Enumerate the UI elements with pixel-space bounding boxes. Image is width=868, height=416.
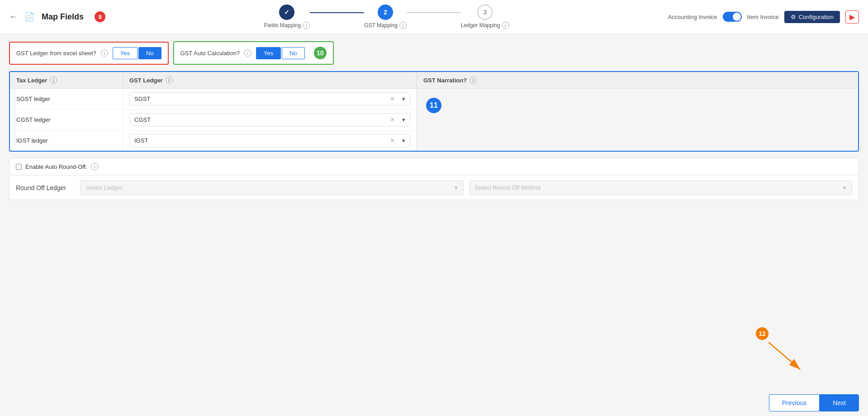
- item-invoice-label: Item Invoice: [747, 14, 779, 20]
- gst-ledger-question-box: GST Ledger from excel sheet? i Yes No: [9, 42, 169, 65]
- step-2-label: GST Mapping i: [364, 22, 407, 29]
- igst-dropdown-icon[interactable]: ▾: [402, 137, 405, 144]
- gst-ledger-toggle-group: Yes No: [113, 47, 161, 59]
- roundoff-ledger-arrow-icon: ▾: [455, 184, 458, 191]
- gst-ledger-header-info[interactable]: i: [166, 77, 173, 84]
- roundoff-ledger-row: Round Off Ledger Select Ledger ▾ Select …: [9, 175, 859, 200]
- gst-ledger-no-button[interactable]: No: [138, 47, 161, 59]
- gst-ledger-question-text: GST Ledger from excel sheet?: [16, 50, 96, 57]
- roundoff-method-select[interactable]: Select Round Off Method ▾: [469, 180, 853, 195]
- step-line-2: [407, 12, 461, 13]
- page-icon: 📄: [24, 12, 34, 22]
- step-1-circle: ✓: [279, 5, 294, 20]
- tax-ledger-header: Tax Ledger i: [10, 72, 123, 88]
- next-button[interactable]: Next: [820, 394, 859, 411]
- roundoff-container: Enable Auto Round-Off. i Round Off Ledge…: [9, 158, 859, 200]
- header-actions: Accounting Invoice Item Invoice ⚙ Config…: [668, 10, 859, 24]
- cgst-select-field[interactable]: CGST ✕ ▾: [129, 113, 410, 126]
- igst-tax-label: IGST ledger: [10, 130, 123, 151]
- badge-10: 10: [314, 47, 327, 59]
- igst-clear-icon[interactable]: ✕: [390, 137, 395, 144]
- badge-9: 9: [95, 11, 105, 22]
- configuration-button[interactable]: ⚙ Configuration: [784, 11, 840, 23]
- narration-header: GST Narration? i: [417, 72, 858, 89]
- back-icon: ←: [9, 12, 17, 22]
- narration-body: 11: [417, 89, 858, 122]
- step-3-circle: 3: [477, 5, 493, 20]
- gst-auto-calc-question-text: GST Auto Calculation?: [180, 50, 240, 57]
- step-3: 3 Ledger Mapping i: [461, 5, 509, 29]
- roundoff-info-icon[interactable]: i: [91, 163, 98, 170]
- gst-ledger-info-icon[interactable]: i: [101, 49, 108, 57]
- page-title: Map Fields: [42, 12, 84, 22]
- badge-11: 11: [426, 98, 441, 113]
- ledger-left-section: Tax Ledger i GST Ledger i SGST ledger SG…: [10, 72, 417, 151]
- enable-roundoff-checkbox[interactable]: [16, 164, 22, 170]
- previous-button[interactable]: Previous: [769, 394, 820, 411]
- main-content: GST Ledger from excel sheet? i Yes No GS…: [0, 34, 868, 207]
- step1-info-icon[interactable]: i: [303, 22, 310, 29]
- gear-icon: ⚙: [791, 14, 796, 20]
- roundoff-ledger-label: Round Off Ledger: [16, 184, 75, 191]
- gst-ledger-yes-button[interactable]: Yes: [113, 47, 138, 59]
- stepper: ✓ Fields Mapping i 2 GST Mapping i 3 Led…: [113, 5, 660, 29]
- cgst-gst-select[interactable]: CGST ✕ ▾: [123, 110, 417, 130]
- gst-auto-calc-question-box: GST Auto Calculation? i Yes No 10: [173, 41, 334, 65]
- gst-ledger-header: GST Ledger i: [123, 72, 417, 88]
- step3-info-icon[interactable]: i: [502, 22, 509, 29]
- accounting-invoice-toggle[interactable]: [723, 12, 742, 22]
- cgst-clear-icon[interactable]: ✕: [390, 116, 395, 123]
- step-line-1: [310, 12, 364, 13]
- sgst-gst-select[interactable]: SGST ✕ ▾: [123, 89, 417, 109]
- gst-auto-calc-toggle-group: Yes No: [256, 47, 305, 59]
- step-3-label: Ledger Mapping i: [461, 22, 509, 29]
- cgst-row: CGST ledger CGST ✕ ▾: [10, 110, 417, 130]
- ledger-table-headers: Tax Ledger i GST Ledger i: [10, 72, 417, 89]
- cgst-dropdown-icon[interactable]: ▾: [402, 116, 405, 123]
- badge-12: 12: [756, 327, 768, 340]
- gst-auto-calc-info-icon[interactable]: i: [244, 49, 251, 57]
- sgst-dropdown-icon[interactable]: ▾: [402, 96, 405, 102]
- gst-auto-calc-yes-button[interactable]: Yes: [256, 47, 281, 59]
- step2-info-icon[interactable]: i: [399, 22, 407, 29]
- sgst-tax-label: SGST ledger: [10, 89, 123, 109]
- roundoff-ledger-select[interactable]: Select Ledger ▾: [80, 180, 464, 195]
- step-1-label: Fields Mapping i: [264, 22, 310, 29]
- narration-right-section: GST Narration? i 11: [417, 72, 858, 151]
- accounting-invoice-label: Accounting Invoice: [668, 14, 717, 20]
- youtube-button[interactable]: ▶: [845, 10, 859, 24]
- igst-select-field[interactable]: IGST ✕ ▾: [129, 134, 410, 147]
- arrow-annotation: [759, 338, 814, 380]
- roundoff-method-arrow-icon: ▾: [843, 184, 846, 191]
- igst-row: IGST ledger IGST ✕ ▾: [10, 130, 417, 151]
- footer: Previous Next: [760, 390, 868, 416]
- igst-gst-select[interactable]: IGST ✕ ▾: [123, 130, 417, 151]
- youtube-icon: ▶: [849, 13, 855, 21]
- gst-auto-calc-no-button[interactable]: No: [282, 47, 305, 59]
- questions-row: GST Ledger from excel sheet? i Yes No GS…: [9, 41, 859, 65]
- enable-roundoff-row: Enable Auto Round-Off. i: [9, 158, 859, 175]
- step-2: 2 GST Mapping i: [364, 5, 407, 29]
- svg-line-1: [768, 342, 800, 369]
- step-1: ✓ Fields Mapping i: [264, 5, 310, 29]
- sgst-row: SGST ledger SGST ✕ ▾: [10, 89, 417, 110]
- enable-roundoff-label: Enable Auto Round-Off.: [25, 163, 87, 170]
- cgst-tax-label: CGST ledger: [10, 110, 123, 130]
- narration-info-icon[interactable]: i: [470, 77, 477, 84]
- tax-ledger-header-info[interactable]: i: [50, 77, 57, 84]
- back-button[interactable]: ←: [9, 12, 17, 22]
- step-2-circle: 2: [378, 5, 393, 20]
- sgst-select-field[interactable]: SGST ✕ ▾: [129, 92, 410, 105]
- sgst-clear-icon[interactable]: ✕: [390, 96, 395, 102]
- header: ← 📄 Map Fields 9 ✓ Fields Mapping i 2 GS…: [0, 0, 868, 34]
- ledger-narration-container: Tax Ledger i GST Ledger i SGST ledger SG…: [9, 71, 859, 152]
